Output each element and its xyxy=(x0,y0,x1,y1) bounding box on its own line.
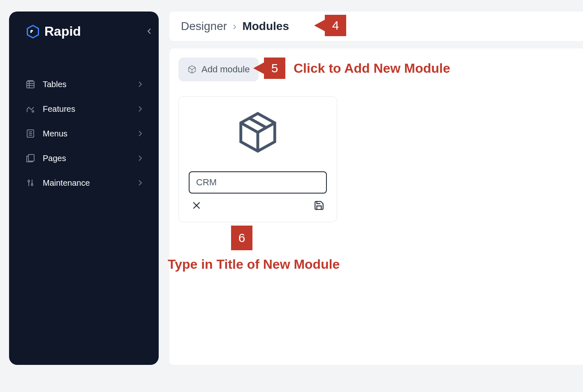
cancel-button[interactable] xyxy=(191,200,202,212)
add-module-label: Add module xyxy=(201,64,250,75)
sidebar-label-menus: Menus xyxy=(43,129,67,138)
tables-icon xyxy=(25,79,35,89)
logo-text: Rapid xyxy=(44,24,81,39)
sidebar-item-menus[interactable]: Menus xyxy=(17,121,150,146)
sidebar-item-maintenance[interactable]: Maintenance xyxy=(17,171,150,195)
callout-text-5: Click to Add New Module xyxy=(294,61,450,76)
sidebar-item-tables[interactable]: Tables xyxy=(17,72,150,97)
svg-rect-0 xyxy=(27,81,34,88)
package-icon xyxy=(187,65,197,74)
module-card-actions xyxy=(189,200,327,212)
chevron-right-icon xyxy=(138,155,142,161)
breadcrumb-bar: Designer › Modules xyxy=(169,12,583,41)
callout-6: 6 xyxy=(231,226,252,250)
sidebar-label-pages: Pages xyxy=(43,154,66,163)
menus-icon xyxy=(25,129,35,138)
callout-text-6: Type in Title of New Module xyxy=(168,257,340,272)
breadcrumb-current: Modules xyxy=(242,20,289,33)
svg-point-14 xyxy=(31,184,33,185)
callout-number-4: 4 xyxy=(325,15,346,36)
callout-number-5: 5 xyxy=(264,58,285,79)
logo-icon xyxy=(25,24,40,39)
svg-point-5 xyxy=(32,111,34,112)
sidebar-label-maintenance: Maintenance xyxy=(43,178,90,188)
sidebar-label-features: Features xyxy=(43,104,75,114)
save-icon xyxy=(314,200,324,211)
package-large-icon xyxy=(235,110,280,155)
maintenance-icon xyxy=(25,178,35,188)
svg-line-17 xyxy=(249,118,266,128)
add-module-button[interactable]: Add module xyxy=(178,58,259,81)
svg-rect-10 xyxy=(28,154,34,161)
features-icon xyxy=(25,104,35,114)
callout-5: 5 Click to Add New Module xyxy=(253,58,450,79)
module-title-input[interactable] xyxy=(189,171,327,194)
breadcrumb-parent[interactable]: Designer xyxy=(181,20,227,33)
sidebar-collapse-button[interactable] xyxy=(147,28,151,36)
content-area: Add module xyxy=(169,48,583,365)
sidebar-item-features[interactable]: Features xyxy=(17,97,150,121)
chevron-right-icon xyxy=(138,81,142,88)
arrow-left-icon xyxy=(314,20,325,31)
close-icon xyxy=(191,200,202,211)
save-button[interactable] xyxy=(314,200,324,212)
svg-point-12 xyxy=(28,180,30,182)
callout-number-6: 6 xyxy=(231,226,252,250)
chevron-right-icon xyxy=(138,106,142,112)
breadcrumb-separator: › xyxy=(233,20,236,33)
arrow-left-icon xyxy=(253,62,264,74)
sidebar-item-pages[interactable]: Pages xyxy=(17,146,150,171)
sidebar: Rapid Tables Features Menus Pages xyxy=(9,12,159,365)
chevron-right-icon xyxy=(138,130,142,137)
chevron-right-icon xyxy=(138,180,142,186)
logo[interactable]: Rapid xyxy=(17,24,150,39)
chevron-left-icon xyxy=(147,28,151,35)
sidebar-label-tables: Tables xyxy=(43,80,67,89)
pages-icon xyxy=(25,153,35,163)
module-card xyxy=(178,96,337,222)
callout-4: 4 xyxy=(314,15,346,36)
